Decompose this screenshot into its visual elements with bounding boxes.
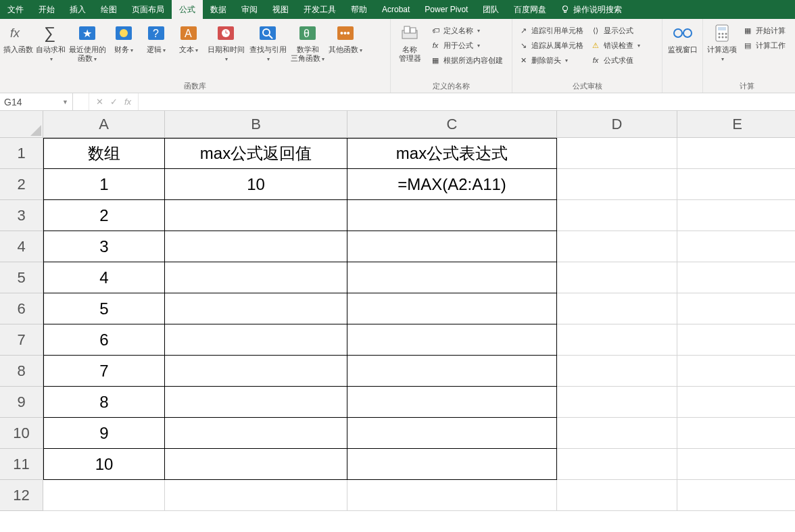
- calc-options-button[interactable]: 计算选项▾: [706, 22, 738, 65]
- cell[interactable]: [677, 231, 795, 262]
- cell[interactable]: [557, 231, 677, 262]
- cell[interactable]: [43, 480, 165, 511]
- cell[interactable]: [557, 293, 677, 324]
- cell[interactable]: [165, 324, 347, 356]
- cell[interactable]: [347, 231, 557, 262]
- tab-pagelayout[interactable]: 页面布局: [124, 0, 172, 19]
- cell[interactable]: [165, 449, 347, 480]
- cell[interactable]: [557, 138, 677, 169]
- cell[interactable]: [347, 293, 557, 324]
- cell[interactable]: [677, 169, 795, 200]
- create-from-selection-button[interactable]: ▦根据所选内容创建: [430, 53, 503, 68]
- cell[interactable]: [677, 418, 795, 449]
- autosum-button[interactable]: ∑ 自动求和▾: [35, 22, 66, 65]
- cell[interactable]: [347, 200, 557, 231]
- cell[interactable]: [347, 418, 557, 449]
- cell[interactable]: 2: [43, 200, 165, 231]
- cell[interactable]: 7: [43, 356, 165, 387]
- row-header[interactable]: 1: [0, 138, 43, 169]
- cell[interactable]: [557, 200, 677, 231]
- cell[interactable]: 3: [43, 231, 165, 262]
- cell[interactable]: [165, 262, 347, 293]
- date-time-button[interactable]: 日期和时间▾: [206, 22, 246, 65]
- cell[interactable]: [677, 324, 795, 356]
- define-name-button[interactable]: 🏷定义名称 ▾: [430, 23, 503, 38]
- insert-function-button[interactable]: fx 插入函数: [3, 22, 34, 55]
- cell[interactable]: [165, 293, 347, 324]
- cell[interactable]: [165, 387, 347, 418]
- tab-data[interactable]: 数据: [203, 0, 234, 19]
- cell[interactable]: [677, 387, 795, 418]
- fx-icon[interactable]: fx: [124, 97, 131, 107]
- cell[interactable]: [677, 200, 795, 231]
- chevron-down-icon[interactable]: ▼: [62, 99, 68, 105]
- formula-bar-input[interactable]: [139, 93, 795, 110]
- cell[interactable]: [557, 262, 677, 293]
- evaluate-formula-button[interactable]: fx公式求值: [590, 53, 640, 68]
- cell[interactable]: [677, 356, 795, 387]
- cell[interactable]: [677, 480, 795, 511]
- tab-acrobat[interactable]: Acrobat: [375, 0, 417, 19]
- watch-window-button[interactable]: 监视窗口: [665, 22, 700, 55]
- cell[interactable]: [347, 356, 557, 387]
- row-header[interactable]: 12: [0, 480, 43, 511]
- calculate-now-button[interactable]: ▦开始计算: [742, 23, 786, 38]
- cell[interactable]: [165, 231, 347, 262]
- cell[interactable]: [557, 356, 677, 387]
- cell[interactable]: =MAX(A2:A11): [347, 169, 557, 200]
- cell[interactable]: [677, 293, 795, 324]
- tab-home[interactable]: 开始: [31, 0, 62, 19]
- cancel-formula-icon[interactable]: ✕: [96, 97, 103, 107]
- enter-formula-icon[interactable]: ✓: [110, 97, 118, 107]
- cell[interactable]: 6: [43, 324, 165, 356]
- row-header[interactable]: 8: [0, 356, 43, 387]
- cell[interactable]: 10: [43, 449, 165, 480]
- remove-arrows-button[interactable]: ✕删除箭头 ▾: [518, 53, 583, 68]
- tab-team[interactable]: 团队: [475, 0, 506, 19]
- text-functions-button[interactable]: A 文本▾: [173, 22, 204, 56]
- cell[interactable]: [347, 324, 557, 356]
- cell[interactable]: [557, 324, 677, 356]
- column-header[interactable]: A: [43, 111, 165, 138]
- column-header[interactable]: D: [557, 111, 677, 138]
- row-header[interactable]: 2: [0, 169, 43, 200]
- name-box[interactable]: G14 ▼: [0, 93, 73, 110]
- cell[interactable]: [165, 200, 347, 231]
- column-header[interactable]: C: [347, 111, 557, 138]
- use-in-formula-button[interactable]: fx用于公式 ▾: [430, 38, 503, 53]
- trace-dependents-button[interactable]: ↘追踪从属单元格: [518, 38, 583, 53]
- row-header[interactable]: 5: [0, 262, 43, 293]
- cell[interactable]: 1: [43, 169, 165, 200]
- cell[interactable]: [165, 418, 347, 449]
- name-manager-button[interactable]: 名称 管理器: [393, 22, 426, 64]
- cell[interactable]: [347, 480, 557, 511]
- cell[interactable]: [165, 480, 347, 511]
- math-trig-button[interactable]: θ 数学和 三角函数▾: [289, 22, 326, 65]
- tab-baidu[interactable]: 百度网盘: [506, 0, 554, 19]
- error-check-button[interactable]: ⚠错误检查 ▾: [590, 38, 640, 53]
- spreadsheet-grid[interactable]: ABCDE 123456789101112 数组max公式返回值max公式表达式…: [0, 111, 795, 526]
- lookup-button[interactable]: 查找与引用▾: [247, 22, 288, 65]
- cell[interactable]: [347, 262, 557, 293]
- tab-review[interactable]: 审阅: [234, 0, 265, 19]
- row-header[interactable]: 11: [0, 449, 43, 480]
- cell[interactable]: [557, 418, 677, 449]
- cell[interactable]: 4: [43, 262, 165, 293]
- logical-button[interactable]: ? 逻辑▾: [141, 22, 172, 56]
- cell[interactable]: 8: [43, 387, 165, 418]
- cell[interactable]: max公式表达式: [347, 138, 557, 169]
- row-header[interactable]: 10: [0, 418, 43, 449]
- cell[interactable]: [347, 449, 557, 480]
- cell[interactable]: [347, 387, 557, 418]
- financial-button[interactable]: 财务▾: [108, 22, 139, 56]
- cell[interactable]: [677, 138, 795, 169]
- tab-insert[interactable]: 插入: [62, 0, 93, 19]
- trace-precedents-button[interactable]: ↗追踪引用单元格: [518, 23, 583, 38]
- more-functions-button[interactable]: ••• 其他函数▾: [327, 22, 364, 56]
- row-header[interactable]: 4: [0, 231, 43, 262]
- tab-formulas[interactable]: 公式: [172, 0, 203, 19]
- show-formulas-button[interactable]: ⟨⟩显示公式: [590, 23, 640, 38]
- cell[interactable]: 10: [165, 169, 347, 200]
- tell-me-search[interactable]: 操作说明搜索: [554, 0, 629, 19]
- cell[interactable]: 数组: [43, 138, 165, 169]
